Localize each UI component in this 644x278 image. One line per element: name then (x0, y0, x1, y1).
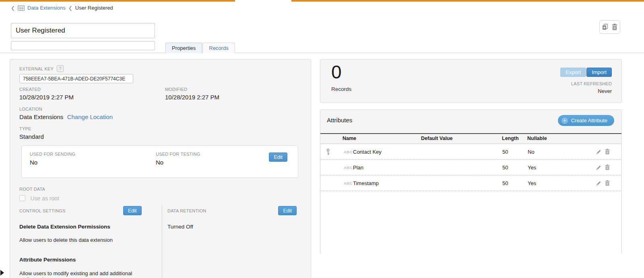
type-value: Standard (19, 133, 44, 140)
change-location-link[interactable]: Change Location (67, 113, 113, 120)
modified-label: MODIFIED (165, 87, 219, 92)
attributes-table-header: Name Default Value Length Nullable (320, 134, 621, 144)
usage-edit-button[interactable]: Edit (269, 152, 287, 162)
data-retention-value: Turned Off (167, 224, 193, 230)
type-label: TYPE (19, 126, 44, 131)
back-chevron-icon[interactable]: ❮ (11, 6, 15, 10)
breadcrumb-current: User Registered (75, 5, 113, 11)
column-header-name: Name (343, 136, 356, 141)
control-settings-column: CONTROL SETTINGS Edit Delete Data Extens… (19, 205, 162, 278)
usage-box: USED FOR SENDING No USED FOR TESTING No … (21, 145, 298, 178)
tab-records[interactable]: Records (202, 43, 235, 53)
expand-arrow-icon[interactable] (0, 270, 4, 276)
attributes-table-body: ABC Contact Key 50 No (321, 144, 621, 254)
table-row: ABC Contact Key 50 No (321, 144, 621, 160)
create-attribute-label: Create Attribute (571, 117, 607, 124)
created-value: 10/28/2019 2:27 PM (19, 94, 74, 101)
control-settings-edit-button[interactable]: Edit (123, 206, 142, 215)
detail-tabs: Properties Records (165, 43, 235, 53)
text-type-icon: ABC (344, 160, 353, 175)
data-extension-table-icon (18, 5, 25, 11)
breadcrumb: ❮ Data Extensions ❮ User Registered (11, 5, 113, 11)
attribute-length: 50 (502, 160, 508, 175)
column-header-default-value: Default Value (421, 136, 453, 141)
help-icon[interactable]: ? (57, 65, 64, 72)
attribute-permissions-title: Attribute Permissions (19, 257, 76, 263)
modified-value: 10/28/2019 2:27 PM (165, 94, 219, 101)
root-data-label: ROOT DATA (19, 187, 45, 192)
extension-name-input[interactable] (11, 23, 155, 38)
table-row: ABC Plan 50 Yes (321, 160, 621, 175)
location-value: Data Extensions (19, 113, 63, 120)
delete-permissions-title: Delete Data Extension Permissions (19, 224, 110, 230)
settings-columns: CONTROL SETTINGS Edit Delete Data Extens… (19, 205, 303, 278)
used-for-testing-label: USED FOR TESTING (156, 152, 200, 157)
attribute-name: Timestamp (353, 175, 379, 191)
tab-properties[interactable]: Properties (165, 43, 202, 53)
edit-attribute-pencil-icon[interactable] (596, 149, 601, 154)
attributes-panel: Attributes + Create Attribute Name Defau… (320, 109, 622, 254)
used-for-sending-label: USED FOR SENDING (30, 152, 75, 157)
external-key-label: EXTERNAL KEY (19, 66, 54, 71)
attribute-length: 50 (502, 144, 508, 159)
location-label: LOCATION (19, 107, 113, 111)
text-type-icon: ABC (344, 175, 353, 191)
edit-attribute-pencil-icon[interactable] (596, 165, 601, 170)
attribute-nullable: Yes (528, 160, 536, 175)
create-attribute-button[interactable]: + Create Attribute (558, 115, 614, 126)
attribute-permissions-description: Allow users to modify existing and add a… (19, 270, 152, 278)
text-type-icon: ABC (344, 144, 353, 159)
delete-permissions-description: Allow users to delete this data extensio… (19, 237, 113, 243)
data-retention-edit-button[interactable]: Edit (278, 206, 297, 215)
use-as-root-checkbox[interactable] (19, 195, 25, 201)
table-row: ABC Timestamp 50 Yes (321, 175, 621, 191)
data-extension-detail-screen: ❮ Data Extensions ❮ User Registered Prop… (0, 0, 644, 278)
export-button[interactable]: Export (560, 68, 586, 77)
records-count-label: Records (331, 86, 351, 92)
external-key-input[interactable] (19, 74, 133, 83)
trash-icon[interactable] (612, 24, 617, 30)
data-retention-label: DATA RETENTION (167, 208, 206, 213)
last-refreshed-value: Never (598, 88, 612, 94)
attribute-nullable: No (528, 144, 535, 159)
attribute-nullable: Yes (528, 175, 536, 191)
delete-attribute-trash-icon[interactable] (605, 165, 610, 170)
control-settings-label: CONTROL SETTINGS (19, 208, 66, 213)
breadcrumb-separator-icon: ❮ (68, 6, 72, 10)
delete-attribute-trash-icon[interactable] (605, 149, 610, 154)
primary-key-icon (326, 144, 330, 159)
used-for-testing-value: No (156, 159, 200, 166)
records-count: 0 (331, 62, 342, 82)
attribute-name: Plan (353, 160, 363, 175)
last-refreshed-label: LAST REFRESHED (571, 81, 612, 86)
column-header-nullable: Nullable (527, 136, 547, 141)
properties-panel: EXTERNAL KEY ? CREATED 10/28/2019 2:27 P… (10, 59, 311, 278)
plus-icon: + (561, 117, 568, 124)
page-header: ❮ Data Extensions ❮ User Registered Prop… (0, 2, 644, 53)
use-as-root-label: Use as root (30, 195, 59, 202)
attribute-name: Contact Key (353, 144, 382, 159)
header-action-group (599, 20, 620, 34)
delete-attribute-trash-icon[interactable] (605, 180, 610, 186)
records-summary-panel: 0 Records Export Import LAST REFRESHED N… (320, 59, 622, 103)
attributes-title: Attributes (327, 117, 352, 124)
edit-attribute-pencil-icon[interactable] (596, 181, 601, 186)
import-button[interactable]: Import (586, 68, 612, 77)
created-label: CREATED (19, 87, 74, 92)
attribute-length: 50 (502, 175, 508, 191)
data-retention-column: DATA RETENTION Edit Turned Off (162, 205, 303, 278)
used-for-sending-value: No (30, 159, 75, 166)
breadcrumb-data-extensions-link[interactable]: Data Extensions (27, 5, 66, 11)
extension-description-input[interactable] (11, 41, 155, 50)
column-header-length: Length (502, 136, 519, 141)
copy-icon[interactable] (602, 24, 608, 30)
